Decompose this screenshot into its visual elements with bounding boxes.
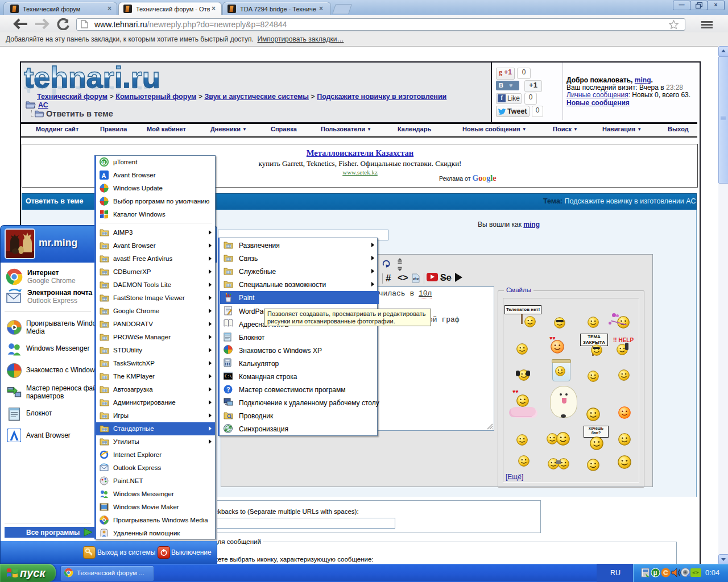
svg-text:C:\: C:\ [225, 374, 232, 379]
svg-text:php: php [413, 277, 419, 280]
svg-text:µ: µ [102, 159, 106, 165]
svg-text:?: ? [226, 386, 230, 393]
svg-text:A: A [102, 172, 106, 179]
svg-text:µ: µ [653, 569, 657, 577]
